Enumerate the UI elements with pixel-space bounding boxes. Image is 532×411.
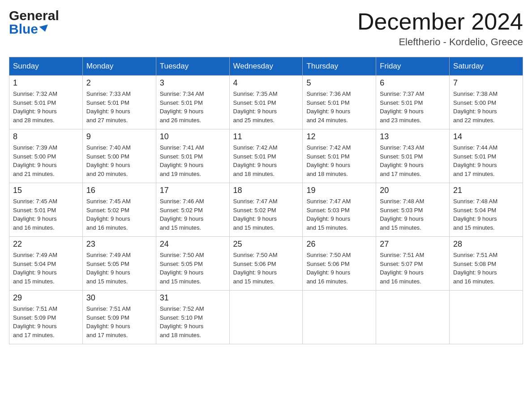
page-header: General Blue December 2024 Eleftherio - … [9, 9, 523, 48]
table-row: 19Sunrise: 7:47 AMSunset: 5:03 PMDayligh… [303, 183, 376, 237]
day-info: Sunrise: 7:42 AMSunset: 5:01 PMDaylight:… [233, 143, 299, 178]
table-row: 3Sunrise: 7:34 AMSunset: 5:01 PMDaylight… [156, 76, 229, 129]
table-row: 2Sunrise: 7:33 AMSunset: 5:01 PMDaylight… [82, 76, 156, 129]
calendar-header-row: Sunday Monday Tuesday Wednesday Thursday… [9, 57, 523, 76]
day-number: 6 [380, 78, 446, 88]
day-number: 9 [86, 132, 152, 141]
day-info: Sunrise: 7:49 AMSunset: 5:04 PMDaylight:… [13, 251, 79, 286]
day-info: Sunrise: 7:33 AMSunset: 5:01 PMDaylight:… [86, 90, 152, 124]
day-info: Sunrise: 7:51 AMSunset: 5:07 PMDaylight:… [380, 251, 446, 286]
location-title: Eleftherio - Kordelio, Greece [357, 36, 523, 48]
month-title: December 2024 [357, 9, 523, 34]
table-row: 26Sunrise: 7:50 AMSunset: 5:06 PMDayligh… [303, 237, 376, 291]
table-row [450, 291, 523, 344]
day-number: 2 [86, 78, 152, 88]
table-row [229, 291, 303, 344]
day-info: Sunrise: 7:52 AMSunset: 5:10 PMDaylight:… [160, 304, 226, 339]
calendar-week-row: 15Sunrise: 7:45 AMSunset: 5:01 PMDayligh… [9, 183, 523, 237]
calendar-week-row: 22Sunrise: 7:49 AMSunset: 5:04 PMDayligh… [9, 237, 523, 291]
day-number: 17 [160, 186, 226, 195]
day-number: 26 [306, 240, 372, 249]
day-info: Sunrise: 7:49 AMSunset: 5:05 PMDaylight:… [86, 251, 152, 286]
title-section: December 2024 Eleftherio - Kordelio, Gre… [357, 9, 523, 48]
table-row: 22Sunrise: 7:49 AMSunset: 5:04 PMDayligh… [9, 237, 83, 291]
table-row: 10Sunrise: 7:41 AMSunset: 5:01 PMDayligh… [156, 129, 229, 183]
day-number: 21 [453, 186, 519, 195]
table-row: 4Sunrise: 7:35 AMSunset: 5:01 PMDaylight… [229, 76, 303, 129]
day-number: 12 [306, 132, 372, 141]
table-row: 30Sunrise: 7:51 AMSunset: 5:09 PMDayligh… [82, 291, 156, 344]
col-thursday: Thursday [303, 57, 376, 76]
table-row: 11Sunrise: 7:42 AMSunset: 5:01 PMDayligh… [229, 129, 303, 183]
col-tuesday: Tuesday [156, 57, 229, 76]
day-info: Sunrise: 7:50 AMSunset: 5:05 PMDaylight:… [160, 251, 226, 286]
day-number: 11 [233, 132, 299, 141]
chevron-down-icon [39, 25, 50, 33]
table-row: 24Sunrise: 7:50 AMSunset: 5:05 PMDayligh… [156, 237, 229, 291]
day-info: Sunrise: 7:37 AMSunset: 5:01 PMDaylight:… [380, 90, 446, 124]
day-info: Sunrise: 7:51 AMSunset: 5:08 PMDaylight:… [453, 251, 519, 286]
day-info: Sunrise: 7:44 AMSunset: 5:01 PMDaylight:… [453, 143, 519, 178]
day-info: Sunrise: 7:35 AMSunset: 5:01 PMDaylight:… [233, 90, 299, 124]
day-number: 13 [380, 132, 446, 141]
day-number: 24 [160, 240, 226, 249]
logo: General Blue [9, 9, 59, 36]
day-number: 7 [453, 78, 519, 88]
table-row: 8Sunrise: 7:39 AMSunset: 5:00 PMDaylight… [9, 129, 83, 183]
day-number: 4 [233, 78, 299, 88]
day-info: Sunrise: 7:47 AMSunset: 5:03 PMDaylight:… [306, 197, 372, 232]
day-info: Sunrise: 7:51 AMSunset: 5:09 PMDaylight:… [13, 304, 79, 339]
day-number: 22 [13, 240, 79, 249]
day-info: Sunrise: 7:42 AMSunset: 5:01 PMDaylight:… [306, 143, 372, 178]
table-row: 20Sunrise: 7:48 AMSunset: 5:03 PMDayligh… [376, 183, 450, 237]
table-row: 29Sunrise: 7:51 AMSunset: 5:09 PMDayligh… [9, 291, 83, 344]
table-row: 15Sunrise: 7:45 AMSunset: 5:01 PMDayligh… [9, 183, 83, 237]
table-row: 12Sunrise: 7:42 AMSunset: 5:01 PMDayligh… [303, 129, 376, 183]
day-info: Sunrise: 7:38 AMSunset: 5:00 PMDaylight:… [453, 90, 519, 124]
day-number: 29 [13, 293, 79, 303]
table-row: 16Sunrise: 7:45 AMSunset: 5:02 PMDayligh… [82, 183, 156, 237]
table-row: 28Sunrise: 7:51 AMSunset: 5:08 PMDayligh… [450, 237, 523, 291]
logo-general: General [9, 9, 59, 22]
day-number: 30 [86, 293, 152, 303]
calendar-table: Sunday Monday Tuesday Wednesday Thursday… [9, 57, 523, 344]
calendar-week-row: 8Sunrise: 7:39 AMSunset: 5:00 PMDaylight… [9, 129, 523, 183]
table-row: 13Sunrise: 7:43 AMSunset: 5:01 PMDayligh… [376, 129, 450, 183]
day-number: 23 [86, 240, 152, 249]
col-sunday: Sunday [9, 57, 83, 76]
day-info: Sunrise: 7:48 AMSunset: 5:04 PMDaylight:… [453, 197, 519, 232]
day-info: Sunrise: 7:36 AMSunset: 5:01 PMDaylight:… [306, 90, 372, 124]
day-number: 8 [13, 132, 79, 141]
day-number: 31 [160, 293, 226, 303]
table-row [303, 291, 376, 344]
table-row [376, 291, 450, 344]
day-info: Sunrise: 7:39 AMSunset: 5:00 PMDaylight:… [13, 143, 79, 178]
day-number: 25 [233, 240, 299, 249]
day-info: Sunrise: 7:48 AMSunset: 5:03 PMDaylight:… [380, 197, 446, 232]
day-number: 20 [380, 186, 446, 195]
table-row: 18Sunrise: 7:47 AMSunset: 5:02 PMDayligh… [229, 183, 303, 237]
day-number: 14 [453, 132, 519, 141]
day-number: 19 [306, 186, 372, 195]
day-number: 15 [13, 186, 79, 195]
table-row: 14Sunrise: 7:44 AMSunset: 5:01 PMDayligh… [450, 129, 523, 183]
table-row: 21Sunrise: 7:48 AMSunset: 5:04 PMDayligh… [450, 183, 523, 237]
logo-blue: Blue [9, 22, 59, 36]
day-info: Sunrise: 7:51 AMSunset: 5:09 PMDaylight:… [86, 304, 152, 339]
day-info: Sunrise: 7:45 AMSunset: 5:01 PMDaylight:… [13, 197, 79, 232]
table-row: 31Sunrise: 7:52 AMSunset: 5:10 PMDayligh… [156, 291, 229, 344]
col-monday: Monday [82, 57, 156, 76]
day-number: 18 [233, 186, 299, 195]
day-info: Sunrise: 7:43 AMSunset: 5:01 PMDaylight:… [380, 143, 446, 178]
table-row: 27Sunrise: 7:51 AMSunset: 5:07 PMDayligh… [376, 237, 450, 291]
col-friday: Friday [376, 57, 450, 76]
col-wednesday: Wednesday [229, 57, 303, 76]
table-row: 23Sunrise: 7:49 AMSunset: 5:05 PMDayligh… [82, 237, 156, 291]
table-row: 7Sunrise: 7:38 AMSunset: 5:00 PMDaylight… [450, 76, 523, 129]
day-number: 16 [86, 186, 152, 195]
day-number: 5 [306, 78, 372, 88]
day-info: Sunrise: 7:32 AMSunset: 5:01 PMDaylight:… [13, 90, 79, 124]
day-info: Sunrise: 7:45 AMSunset: 5:02 PMDaylight:… [86, 197, 152, 232]
calendar-week-row: 29Sunrise: 7:51 AMSunset: 5:09 PMDayligh… [9, 291, 523, 344]
table-row: 5Sunrise: 7:36 AMSunset: 5:01 PMDaylight… [303, 76, 376, 129]
